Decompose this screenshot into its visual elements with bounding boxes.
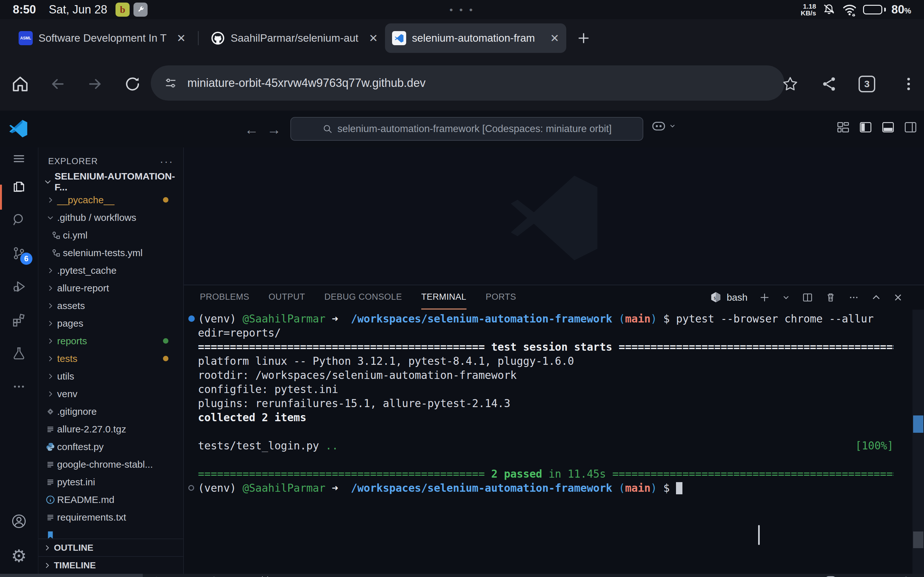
tree-item-label: venv [57,388,78,400]
menu-icon[interactable] [0,147,38,170]
tree-item-selenium-tests-yml[interactable]: selenium-tests.yml [39,244,183,261]
close-tab-icon[interactable]: ✕ [177,32,186,45]
keyboard-layout[interactable]: Layout: us [849,575,890,577]
tree-item-allure-report[interactable]: allure-report [39,279,183,297]
nav-forward-icon[interactable]: → [267,121,281,137]
maximize-panel-icon[interactable] [871,292,882,303]
account-icon[interactable] [0,504,38,538]
tree-item-requirements-txt[interactable]: requirements.txt [39,508,183,526]
panel-tab-problems[interactable]: PROBLEMS [200,285,249,309]
split-terminal-icon[interactable] [801,292,814,303]
tree-item-reports[interactable]: reports [39,332,183,350]
tree-item--pytest-cache[interactable]: .pytest_cache [39,261,183,279]
copilot-menu[interactable] [651,119,676,132]
python-icon [44,442,57,452]
copilot-status-icon[interactable] [824,574,838,577]
tree-item-assets[interactable]: assets [39,297,183,314]
tree-item-pages[interactable]: pages [39,314,183,332]
more-views-icon[interactable] [0,370,38,403]
explorer-activity-icon[interactable] [0,170,38,203]
tree-item-venv[interactable]: venv [39,385,183,403]
sync-icon[interactable]: ↻ [191,575,199,577]
tree-item-label: pages [57,318,83,329]
back-button[interactable] [48,75,67,93]
tree-item[interactable] [39,526,183,538]
source-control-activity-icon[interactable]: 6 [0,237,38,270]
tree-item-tests[interactable]: tests [39,350,183,367]
panel-tab-ports[interactable]: PORTS [486,285,516,309]
tree-item-allure-2-27-0-tgz[interactable]: allure-2.27.0.tgz [39,420,183,438]
tree-item-label: google-chrome-stabl... [57,459,153,470]
tab-divider [198,31,199,45]
explorer-more-actions[interactable]: ··· [160,155,174,168]
tree-item-conftest-py[interactable]: conftest.py [39,438,183,456]
site-settings-icon[interactable] [164,76,178,90]
tree-item-readme-md[interactable]: README.md [39,491,183,508]
tab-count-button[interactable]: 3 [859,76,875,92]
command-center-search[interactable]: selenium-automation-framework [Codespace… [290,117,643,141]
timeline-section[interactable]: TIMELINE [39,556,183,574]
browser-tab-3-active[interactable]: selenium-automation-fram ✕ [385,23,566,53]
panel-tab-output[interactable]: OUTPUT [268,285,305,309]
settings-gear-icon[interactable]: ⚙ [0,538,38,574]
new-terminal-icon[interactable] [758,292,771,303]
tree-item-pytest-ini[interactable]: pytest.ini [39,473,183,491]
run-debug-activity-icon[interactable] [0,270,38,303]
info-icon [44,495,57,504]
address-bar[interactable]: miniature-orbit-45xrvw4w9763q77w.github.… [151,65,784,101]
scrollbar-thumb[interactable] [913,532,923,548]
toggle-secondary-sidebar-icon[interactable] [903,120,918,134]
git-status-dot [163,338,168,343]
tree-item--pycache-[interactable]: __pycache__ [39,191,183,209]
browser-menu-icon[interactable] [900,76,917,92]
multitasking-dots-icon[interactable]: • • • [449,5,475,15]
terminal-line [188,424,893,438]
scrollbar-thumb[interactable] [913,416,923,433]
clock: 8:50 [13,3,36,16]
workspace-root-row[interactable]: SELENIUM-AUTOMATION-F... [39,172,183,191]
close-panel-icon[interactable] [893,292,903,303]
bookmark-star-icon[interactable] [781,75,799,93]
terminal-dropdown-icon[interactable] [782,293,790,302]
terminal-scrollbar[interactable] [913,309,924,574]
terminal-view[interactable]: (venv) @SaahilParmar ➜ /workspaces/selen… [184,309,924,574]
nav-back-icon[interactable]: ← [244,121,258,137]
reload-button[interactable] [123,75,142,93]
recent-app-icon[interactable]: b [115,3,129,17]
extensions-activity-icon[interactable] [0,303,38,337]
terminal-shell-selector[interactable]: $_ bash [709,291,748,304]
tree-item-utils[interactable]: utils [39,367,183,385]
panel-tab-terminal[interactable]: TERMINAL [421,285,467,309]
customize-layout-icon[interactable] [836,120,850,134]
tree-item-ci-yml[interactable]: ci.yml [39,226,183,244]
codespaces-favicon [392,31,406,45]
tree-item--gitignore[interactable]: .gitignore [39,403,183,420]
testing-activity-icon[interactable] [0,337,38,370]
forward-button[interactable] [86,75,105,93]
toggle-sidebar-icon[interactable] [859,120,873,134]
toggle-panel-icon[interactable] [881,120,895,134]
home-button[interactable] [10,74,30,94]
terminal-line: tests/test_login.py ..[100%] [188,438,893,453]
notifications-bell-icon[interactable] [901,575,911,577]
tree-item--github-workflows[interactable]: .github / workflows [39,209,183,226]
outline-section[interactable]: OUTLINE [39,538,183,556]
browser-tab-1[interactable]: ASML Software Development In T ✕ [11,23,193,53]
branch-indicator[interactable]: main* ↻ [153,575,199,577]
search-activity-icon[interactable] [0,203,38,237]
tree-item-label: pytest.ini [57,477,95,488]
close-tab-icon[interactable]: ✕ [369,32,378,45]
share-icon[interactable] [820,75,838,93]
panel-tab-debug-console[interactable]: DEBUG CONSOLE [325,285,402,309]
kill-terminal-icon[interactable] [825,292,837,303]
wrench-icon[interactable] [134,3,148,17]
tree-item-google-chrome-stabl-[interactable]: google-chrome-stabl... [39,456,183,473]
remote-indicator[interactable]: Codespaces: miniature orbit [0,574,143,577]
close-tab-icon[interactable]: ✕ [550,32,559,45]
new-tab-button[interactable] [576,31,591,46]
browser-tab-2[interactable]: SaahilParmar/selenium-aut ✕ [204,23,385,53]
url-text[interactable]: miniature-orbit-45xrvw4w9763q77w.github.… [187,76,425,90]
panel-more-icon[interactable] [848,292,860,303]
problems-indicator[interactable]: 0 0 [210,575,249,577]
ports-indicator[interactable]: 0 [260,575,278,577]
